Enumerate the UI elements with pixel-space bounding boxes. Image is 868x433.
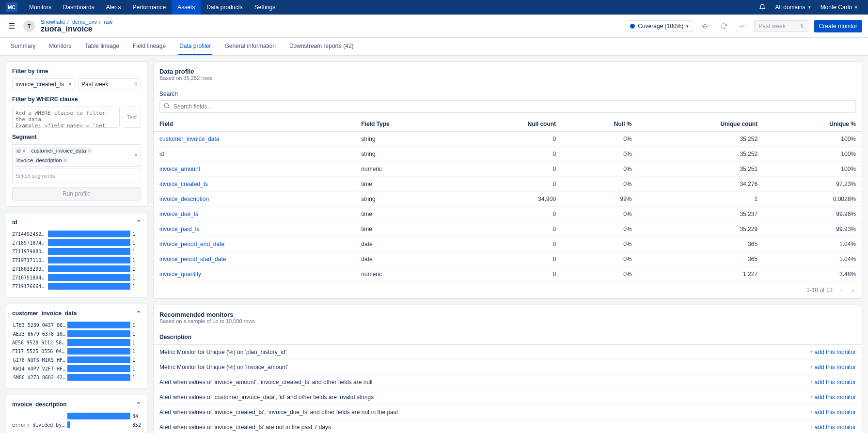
null-pct: 0% (562, 162, 637, 177)
null-count: 0 (458, 267, 562, 282)
histogram-label: Z71449245263 (12, 232, 46, 237)
add-monitor-link[interactable]: + add this monitor (733, 390, 862, 405)
tab-data-profiler[interactable]: Data profiler (178, 38, 212, 55)
column-header[interactable]: Field Type (355, 117, 458, 132)
nav-data-products[interactable]: Data products (201, 0, 249, 15)
nav-dashboards[interactable]: Dashboards (57, 0, 100, 15)
histogram-label: GI76 NQTS MIKS HF… (12, 357, 65, 363)
pager-prev[interactable]: ‹ (838, 287, 844, 294)
histogram-header[interactable]: id⌃ (12, 219, 141, 226)
segment-select[interactable]: id ×customer_invoice_data ×invoice_descr… (12, 144, 141, 167)
tab-downstream-reports-42-[interactable]: Downstream reports (42) (288, 38, 355, 55)
chevron-up-icon: ⌃ (136, 310, 141, 317)
column-header[interactable]: Null % (562, 117, 637, 132)
add-monitor-link[interactable]: + add this monitor (733, 345, 862, 360)
chip-remove-icon[interactable]: × (88, 148, 91, 154)
time-field-select[interactable]: invoice_created_ts× (12, 78, 75, 90)
field-link[interactable]: invoice_due_ts (159, 211, 198, 217)
table-row: customer_invoice_data string 0 0% 35,252… (154, 132, 862, 147)
column-header[interactable]: Unique % (763, 117, 862, 132)
segment-placeholder-box[interactable]: Select segments (12, 169, 141, 183)
field-link[interactable]: invoice_period_end_date (159, 241, 224, 247)
field-link[interactable]: invoice_quantity (159, 271, 201, 278)
segment-chip[interactable]: customer_invoice_data × (29, 147, 93, 155)
segment-chip[interactable]: invoice_description × (15, 156, 68, 164)
field-link[interactable]: id (159, 151, 164, 157)
null-pct: 99% (562, 192, 637, 207)
nav-alerts[interactable]: Alerts (100, 0, 127, 15)
education-icon[interactable] (699, 20, 711, 32)
chip-remove-icon[interactable]: × (64, 158, 67, 163)
add-monitor-link[interactable]: + add this monitor (733, 360, 862, 375)
logo[interactable]: MC (6, 2, 17, 12)
coverage-dropdown[interactable]: Coverage (100%) ▾ (626, 20, 693, 32)
column-header[interactable]: Field (154, 117, 355, 132)
pager-text: 1-10 of 13 (806, 287, 833, 294)
user-menu[interactable]: Monte Carlo▾ (816, 4, 862, 11)
run-profile-button[interactable]: Run profile (12, 187, 141, 201)
updown-icon: ⇅ (800, 24, 804, 29)
tab-monitors[interactable]: Monitors (48, 38, 72, 55)
table-row: invoice_period_end_date date 0 0% 365 1.… (154, 237, 862, 252)
recommended-row: Metric Monitor for Unique (%) on 'plan_h… (154, 345, 862, 360)
time-range-select[interactable]: Past week ⇅ (78, 78, 141, 90)
histogram-header[interactable]: invoice_description⌃ (12, 401, 141, 408)
chip-remove-icon[interactable]: × (23, 148, 26, 154)
unique-count: 1,227 (638, 267, 764, 282)
histogram-customer_invoice_data: customer_invoice_data⌃ LT83 5239 0437 06… (6, 304, 147, 389)
tab-field-lineage[interactable]: Field lineage (132, 38, 167, 55)
test-button[interactable]: Test (123, 107, 141, 128)
create-monitor-button[interactable]: Create monitor (814, 20, 862, 32)
breadcrumb-link[interactable]: demo_env (72, 19, 97, 25)
add-monitor-link[interactable]: + add this monitor (733, 420, 862, 433)
nav-assets[interactable]: Assets (172, 0, 201, 15)
field-link[interactable]: invoice_description (159, 196, 209, 202)
refresh-icon[interactable] (717, 20, 730, 32)
add-monitor-link[interactable]: + add this monitor (733, 375, 862, 390)
histogram-header[interactable]: customer_invoice_data⌃ (12, 310, 141, 317)
field-link[interactable]: invoice_amount (159, 166, 200, 172)
field-type: string (355, 147, 458, 162)
avatar[interactable]: T (23, 20, 35, 32)
column-header[interactable]: Null count (458, 117, 562, 132)
notifications-icon[interactable] (754, 4, 771, 11)
nav-monitors[interactable]: Monitors (23, 0, 57, 15)
nav-performance[interactable]: Performance (126, 0, 172, 15)
histogram-row: AE56 9528 9112 584… 1 (12, 339, 141, 346)
histogram-label: Z71897187485 (12, 240, 46, 246)
search-input[interactable] (159, 100, 856, 113)
unique-pct: 3.48% (763, 267, 862, 282)
table-row: invoice_created_ts time 0 0% 34,276 97.2… (154, 177, 862, 192)
segment-chip[interactable]: id × (15, 147, 27, 155)
pager-next[interactable]: › (850, 287, 856, 294)
nav-settings[interactable]: Settings (249, 0, 281, 15)
field-type: numeric (355, 162, 458, 177)
hamburger-menu[interactable]: ☰ (6, 20, 17, 32)
chevron-up-icon: ⌃ (136, 219, 141, 226)
segment-label: Segment (12, 134, 141, 140)
tab-table-lineage[interactable]: Table lineage (84, 38, 120, 55)
unique-count: 1 (638, 192, 764, 207)
field-link[interactable]: invoice_created_ts (159, 181, 208, 187)
trend-icon[interactable] (736, 20, 748, 32)
chevron-down-icon: ▾ (808, 5, 811, 10)
histogram-bar (68, 356, 130, 363)
column-header[interactable]: Unique count (638, 117, 764, 132)
breadcrumb-link[interactable]: Snowflake (41, 19, 65, 25)
field-link[interactable]: invoice_paid_ts (159, 226, 200, 232)
time-range-select[interactable]: Past week ⇅ (754, 20, 808, 32)
field-link[interactable]: customer_invoice_data (159, 136, 219, 142)
breadcrumb-link[interactable]: raw (104, 19, 112, 25)
tab-summary[interactable]: Summary (10, 38, 36, 55)
histogram-row: FI17 5525 0556 042… 1 (12, 348, 141, 355)
add-monitor-link[interactable]: + add this monitor (733, 405, 862, 420)
domains-dropdown[interactable]: All domains▾ (771, 4, 816, 11)
filter-time-label: Filter by time (12, 68, 141, 75)
clear-segments-icon[interactable]: × (134, 152, 138, 159)
tab-general-information[interactable]: General information (224, 38, 277, 55)
field-link[interactable]: invoice_period_start_date (159, 256, 226, 263)
page-header: ☰ T Snowflake/ demo_env/ raw zuora_invoi… (0, 15, 868, 38)
histogram-label: KW14 VOPV V2FT HF… (12, 366, 65, 371)
where-clause-input[interactable] (12, 107, 120, 128)
close-icon[interactable]: × (68, 81, 72, 88)
